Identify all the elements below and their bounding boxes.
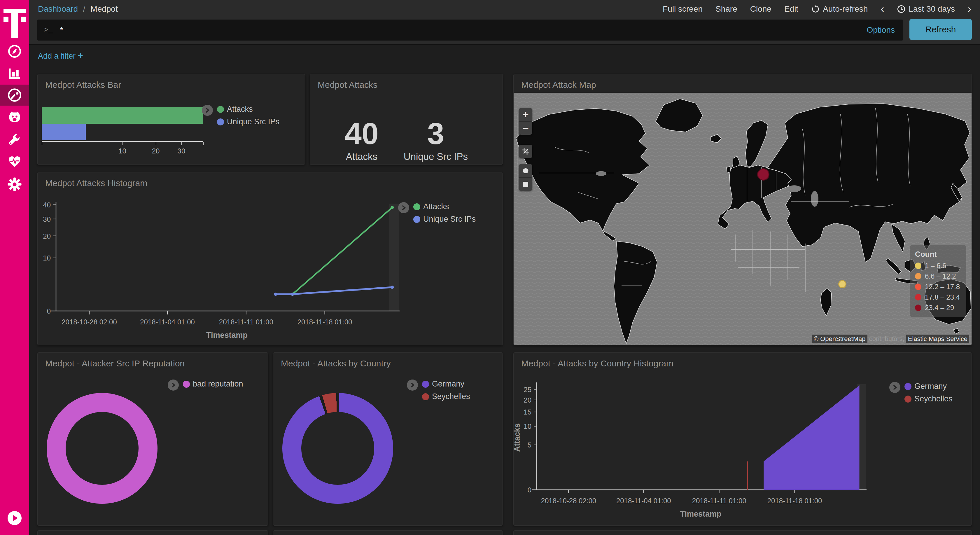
legend-item-unique-src-ips[interactable]: Unique Src IPs <box>217 117 279 126</box>
legend: Germany Seychelles <box>889 382 953 403</box>
legend-collapse-button[interactable] <box>407 379 418 391</box>
metric-label: Attacks <box>345 151 379 162</box>
svg-text:Timestamp: Timestamp <box>206 331 248 339</box>
sidebar-item-monitoring[interactable] <box>0 151 29 172</box>
panel-title: Medpot Attacks <box>318 80 377 90</box>
chevron-right-icon <box>204 107 210 113</box>
legend-row: 23.4 – 29 <box>915 304 960 312</box>
panel-attacks-metric: Medpot Attacks 40 Attacks 3 Unique Src I… <box>310 74 503 165</box>
search-input[interactable]: >_ * Options <box>37 19 903 41</box>
clone-button[interactable]: Clone <box>750 4 772 14</box>
polygon-icon <box>522 167 529 174</box>
legend-dot <box>904 383 912 390</box>
legend: Germany Seychelles <box>407 379 470 401</box>
top-nav: Dashboard / Medpot Full screen Share Clo… <box>29 0 980 18</box>
time-range-button[interactable]: Last 30 days <box>897 4 955 14</box>
legend-item-seychelles[interactable]: Seychelles <box>422 392 470 401</box>
legend-collapse-button[interactable] <box>889 382 900 393</box>
share-button[interactable]: Share <box>716 4 737 14</box>
query-prompt-icon: >_ <box>44 25 53 34</box>
time-back-button[interactable]: ‹ <box>881 4 884 14</box>
telekom-logo <box>3 9 25 38</box>
draw-rectangle-button[interactable] <box>519 177 532 191</box>
legend-dot <box>915 283 921 290</box>
refresh-cycle-icon <box>811 5 820 13</box>
attacks-line-chart[interactable]: 0102030402018-10-28 02:002018-11-04 01:0… <box>38 172 503 346</box>
legend-item-bad-reputation[interactable]: bad reputation <box>183 379 243 389</box>
add-filter-link[interactable]: Add a filter + <box>38 51 83 61</box>
time-forward-button[interactable]: › <box>968 4 971 14</box>
filter-bar: Add a filter + <box>29 46 980 66</box>
refresh-button[interactable]: Refresh <box>909 19 972 40</box>
sidebar-item-devtools[interactable] <box>0 129 29 150</box>
sidebar-item-visualize[interactable] <box>0 63 29 84</box>
legend-item-attacks[interactable]: Attacks <box>217 105 279 114</box>
panel-attacks-by-country: Medpot - Attacks by Country Germany Seyc… <box>273 352 503 525</box>
clock-icon <box>897 5 905 13</box>
legend-item-unique-src-ips[interactable]: Unique Src IPs <box>413 215 476 224</box>
auto-refresh-button[interactable]: Auto-refresh <box>811 4 868 14</box>
legend-dot <box>904 396 912 403</box>
play-icon <box>13 515 18 521</box>
legend-item-germany[interactable]: Germany <box>422 379 470 389</box>
legend: Attacks Unique Src IPs <box>202 105 279 126</box>
country-donut-chart[interactable] <box>282 393 393 504</box>
fit-data-bounds-button[interactable] <box>519 145 532 158</box>
breadcrumb-separator: / <box>83 4 86 13</box>
gauge-icon <box>7 88 22 103</box>
zoom-in-button[interactable]: + <box>519 108 532 121</box>
legend-item-attacks[interactable]: Attacks <box>413 202 476 211</box>
sidebar-collapse-button[interactable] <box>8 511 22 525</box>
bar-attacks[interactable] <box>42 107 203 124</box>
world-map-tiles <box>514 93 972 345</box>
sidebar-item-dashboard[interactable] <box>0 84 29 106</box>
legend-dot <box>915 304 921 311</box>
legend-collapse-button[interactable] <box>398 202 409 213</box>
sidebar-item-timelion[interactable] <box>0 107 29 127</box>
attacks-bar-chart[interactable] <box>42 107 203 140</box>
svg-text:40: 40 <box>43 201 51 209</box>
breadcrumb: Dashboard / Medpot <box>38 4 118 14</box>
panel-title: Medpot Attacks Bar <box>45 80 121 90</box>
ems-link[interactable]: Elastic Maps Service <box>906 334 969 343</box>
legend-dot <box>413 203 420 210</box>
zoom-out-button[interactable]: − <box>519 121 532 135</box>
edit-button[interactable]: Edit <box>784 4 798 14</box>
country-area-chart[interactable]: 05101520252018-10-28 02:002018-11-04 01:… <box>514 353 972 525</box>
legend-dot <box>422 393 429 400</box>
square-icon <box>522 181 529 188</box>
legend-collapse-button[interactable] <box>202 105 213 116</box>
svg-text:2018-10-28 02:00: 2018-10-28 02:00 <box>541 497 597 505</box>
panel-partial <box>37 530 268 535</box>
svg-text:5: 5 <box>528 441 531 449</box>
attack-dot[interactable] <box>838 280 846 288</box>
kibana-dashboard: Dashboard / Medpot Full screen Share Clo… <box>0 0 980 535</box>
chevron-right-icon <box>409 382 415 388</box>
legend-title: Count <box>915 250 960 259</box>
panel-src-ip-reputation: Medpot - Attacker Src IP Reputation bad … <box>37 352 268 525</box>
draw-polygon-button[interactable] <box>519 164 532 177</box>
panel-title: Medpot Attack Map <box>521 80 596 90</box>
world-map[interactable] <box>514 93 972 345</box>
metric-value: 3 <box>404 118 468 149</box>
options-link[interactable]: Options <box>867 25 895 35</box>
bar-unique-src-ips[interactable] <box>42 124 86 140</box>
svg-text:2018-11-11 01:00: 2018-11-11 01:00 <box>692 497 746 505</box>
full-screen-button[interactable]: Full screen <box>663 4 703 14</box>
legend-item-germany[interactable]: Germany <box>904 382 953 391</box>
sidebar-item-discover[interactable] <box>0 41 29 62</box>
metric-group: 40 Attacks 3 Unique Src IPs <box>310 118 503 162</box>
sidebar-item-management[interactable] <box>0 174 29 195</box>
svg-text:2018-11-18 01:00: 2018-11-18 01:00 <box>767 497 822 505</box>
breadcrumb-dashboard-link[interactable]: Dashboard <box>38 4 78 13</box>
osm-link[interactable]: © OpenStreetMap <box>812 334 867 343</box>
attack-dot[interactable] <box>757 168 769 181</box>
breadcrumb-current: Medpot <box>91 4 118 13</box>
svg-text:2018-11-04 01:00: 2018-11-04 01:00 <box>140 318 195 326</box>
legend-item-seychelles[interactable]: Seychelles <box>904 394 953 403</box>
crop-icon <box>522 148 530 155</box>
legend-dot <box>915 273 921 279</box>
compass-icon <box>7 44 22 59</box>
legend-collapse-button[interactable] <box>168 379 179 391</box>
reputation-donut-chart[interactable] <box>47 393 158 504</box>
